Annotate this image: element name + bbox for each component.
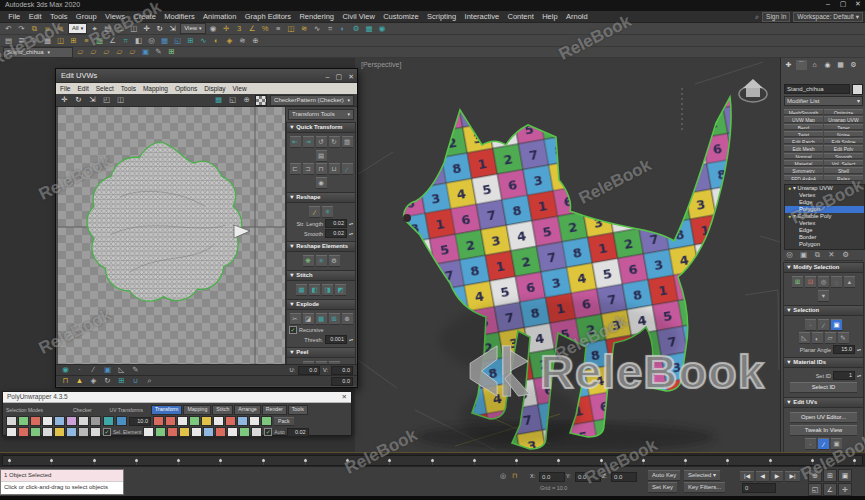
menu-item-tools[interactable]: Tools [46,12,72,21]
tool-chip-icon[interactable] [155,427,166,437]
stack-subobject-polygon[interactable]: Polygon [785,241,864,248]
break-icon[interactable]: ✂ [290,313,301,325]
hierarchy-tab[interactable]: ⌂ [809,60,820,70]
rotate-90ccw-icon[interactable]: ↺ [316,136,327,148]
track-bar[interactable] [0,452,865,468]
pencil-icon[interactable]: ✎ [130,365,141,375]
loop-spin-icon[interactable]: ▾ [818,290,829,302]
shrink-icon[interactable]: ⊟ [805,276,816,288]
spinner-arrows[interactable]: ▴▾ [857,373,861,378]
paint-select-icon[interactable]: ✎ [838,332,849,344]
rollout-modify-selection[interactable]: ▼ Modify Selection [783,262,864,273]
center-pivot-icon[interactable]: ◉ [316,177,327,189]
warning-icon[interactable]: ▲ [74,376,85,386]
tool-chip-icon[interactable] [237,416,248,426]
shade-selected-icon[interactable]: ◧ [133,36,144,46]
zoom-all-icon[interactable]: ⊞ [823,469,837,482]
make-unique-icon[interactable]: ⧉ [812,250,823,260]
menu-item-tools[interactable]: Tools [121,85,136,92]
grid-icon[interactable]: ⊞ [166,47,177,57]
selection-lock-icon[interactable]: ⊓ [512,472,517,480]
lock-selection-icon[interactable]: ⊓ [60,376,71,386]
modifier-button-edit-mesh[interactable]: Edit Mesh [784,145,823,151]
tool-chip-icon[interactable] [165,416,176,426]
polyunwrapper-tab-mapping[interactable]: Mapping [183,405,211,415]
select-scale-icon[interactable]: ⇲ [167,24,178,34]
modifier-list-dropdown[interactable]: Modifier List▾ [784,96,863,106]
tool-chip-icon[interactable] [30,427,41,437]
tool-chip-icon[interactable] [213,416,224,426]
stitch-source-icon[interactable]: ◧ [309,284,320,296]
tool-chip-icon[interactable] [18,427,29,437]
transport-button[interactable]: ◀ [756,471,769,482]
redo-icon[interactable]: ↷ [16,24,27,34]
rotate-90cw-icon[interactable]: ↻ [329,136,340,148]
ignore-backfacing-icon[interactable]: ◐ [812,332,823,344]
uv-panel-dropdown[interactable]: Transform Tools▾ [288,109,354,120]
relax-uv-icon[interactable]: ∿ [198,36,209,46]
current-frame-field[interactable]: 0 [742,483,776,493]
polygon-sel-icon[interactable]: ▣ [831,319,842,331]
array-icon[interactable]: ⊞ [68,36,79,46]
uv-space-icon[interactable]: ◱ [227,95,238,105]
pelt-icon[interactable]: ◈ [224,36,235,46]
zoom-icon[interactable]: ⌕ [144,376,155,386]
tool-chip-icon[interactable] [78,416,89,426]
space-v-icon[interactable]: ▤ [316,150,327,162]
trackbar-frame-dot[interactable] [135,459,138,462]
menu-item-edit[interactable]: Edit [77,85,88,92]
z-coordinate-field[interactable]: 0.0 [611,472,637,482]
uv-edge-icon[interactable]: ∕ [818,438,829,450]
rotate-snap-icon[interactable]: ↻ [102,376,113,386]
rollout-material-ids[interactable]: ▼ Material IDs [783,357,864,368]
bind-spacewarp-icon[interactable]: ≋ [55,24,66,34]
checker-toggle-icon[interactable] [103,416,114,426]
perspective-viewport[interactable]: [Perspective] [355,58,780,452]
modifier-button-noise[interactable]: Noise [824,131,863,137]
tool-chip-icon[interactable] [179,427,190,437]
set-key-button[interactable]: Set Key [648,482,677,493]
trackbar-frame-dot[interactable] [304,459,307,462]
edge-sel-icon[interactable]: ∕ [818,319,829,331]
zoom-extents-icon[interactable]: ▣ [838,469,852,482]
menu-item-create[interactable]: Create [129,12,160,21]
pencil-icon[interactable]: ✎ [153,47,164,57]
uv-vertex-icon[interactable]: · [805,438,816,450]
modifier-button-symmetry[interactable]: Symmetry [784,167,823,173]
trackbar-frame-dot[interactable] [262,459,265,462]
selection-region-icon[interactable]: ▭ [115,24,126,34]
uv-canvas[interactable] [58,107,285,364]
menu-item-select[interactable]: Select [96,85,114,92]
polyunwrapper-tab-stitch[interactable]: Stitch [212,405,233,415]
modifier-button-bend[interactable]: Bend [784,124,823,130]
menu-item-views[interactable]: Views [101,12,129,21]
by-element-icon[interactable]: ◺ [799,332,810,344]
trackbar-frame-dot[interactable] [8,459,11,462]
align-icon[interactable]: ≋ [299,24,310,34]
grid-snap-icon[interactable]: ⊞ [116,376,127,386]
space-h-icon[interactable]: ▥ [342,136,353,148]
use-pivot-icon[interactable]: ◉ [208,24,219,34]
tool-chip-icon[interactable] [78,427,89,437]
vertex-mode-icon[interactable]: · [74,365,85,375]
modifier-button-edit-patch[interactable]: Edit Patch [784,138,823,144]
remove-modifier-icon[interactable]: ✕ [826,250,837,260]
select-move-icon[interactable]: ✛ [141,24,152,34]
modifier-button-smooth[interactable]: Smooth [824,153,863,159]
relax-flat-icon[interactable]: ❋ [303,255,314,267]
filter-icon[interactable]: ◈ [88,376,99,386]
modifier-button-meshsmooth[interactable]: MeshSmooth [784,109,823,115]
trackbar-frame-dot[interactable] [346,459,349,462]
modifier-button-edit-poly[interactable]: Edit Poly [824,145,863,151]
create-tab[interactable]: ✚ [783,60,794,70]
freeform-icon[interactable]: ◰ [101,95,112,105]
select-element-checkbox[interactable]: ✓ [103,428,111,436]
angle-snap-icon[interactable]: ∠ [247,24,258,34]
modifier-button-vol-select[interactable]: Vol. Select [824,160,863,166]
trackbar-frame-dot[interactable] [177,459,180,462]
rollout-quick-transform[interactable]: ▼ Quick Transform [286,122,356,133]
edit-uvws-titlebar[interactable]: Edit UVWs – ▢ ✕ [56,69,357,83]
pin-stack-icon[interactable]: ◎ [784,250,795,260]
explode-face-icon[interactable]: ▦ [316,313,327,325]
tool-chip-icon[interactable] [239,427,250,437]
